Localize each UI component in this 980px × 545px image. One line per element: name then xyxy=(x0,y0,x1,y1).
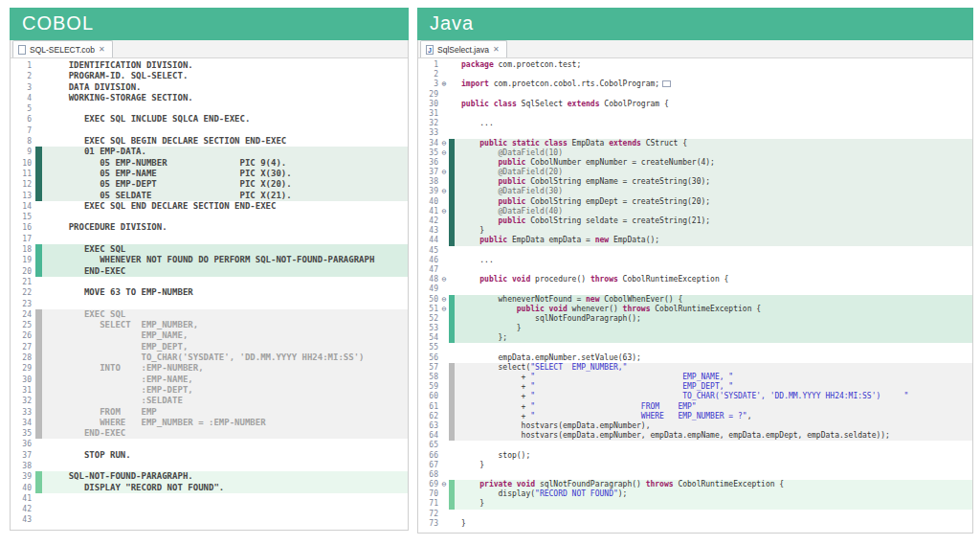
block-marker-bar xyxy=(35,93,42,103)
close-icon[interactable]: ✕ xyxy=(99,45,105,54)
code-text: public EmpData empData = new EmpData(); xyxy=(455,236,972,245)
fold-gutter xyxy=(439,236,449,245)
block-marker-bar xyxy=(35,461,42,471)
code-line: 45 xyxy=(418,246,972,256)
block-marker-bar xyxy=(35,255,42,265)
line-number: 36 xyxy=(418,158,439,168)
line-number: 51 xyxy=(418,305,439,314)
code-text: WHENEVER NOT FOUND DO PERFORM SQL-NOT-FO… xyxy=(42,255,408,265)
code-text: PROCEDURE DIVISION. xyxy=(42,222,408,233)
line-number: 11 xyxy=(11,169,35,179)
code-text: package com.proetcon.test; xyxy=(455,60,972,70)
line-number: 5 xyxy=(11,103,35,114)
code-line: 3⊕import com.proetcon.cobol.rts.CobolPro… xyxy=(418,79,972,89)
code-line: 37⊖ @DataField(20) xyxy=(418,168,972,177)
fold-collapse-icon[interactable]: ⊖ xyxy=(439,187,449,196)
code-line: 6 EXEC SQL INCLUDE SQLCA END-EXEC. xyxy=(11,114,408,125)
tab-sqlselect-java[interactable]: J SqlSelect.java ✕ xyxy=(420,40,507,57)
line-number: 40 xyxy=(418,197,439,207)
fold-gutter xyxy=(439,314,449,324)
close-icon[interactable]: ✕ xyxy=(493,45,500,54)
fold-expand-icon[interactable]: ⊕ xyxy=(439,79,449,89)
java-editor[interactable]: 1package com.proetcon.test;23⊕import com… xyxy=(418,58,972,533)
code-text xyxy=(42,212,408,222)
collapsed-code-icon[interactable] xyxy=(662,80,671,87)
code-line: 40 DISPLAY "RECORD NOT FOUND". xyxy=(11,483,408,493)
line-number: 50 xyxy=(418,295,439,305)
line-number: 38 xyxy=(11,461,35,471)
code-text: public void procedure() throws CobolRunt… xyxy=(455,275,972,284)
fold-collapse-icon[interactable]: ⊖ xyxy=(439,148,449,158)
code-line: 35⊖ @DataField(10) xyxy=(418,148,972,158)
code-text: WHERE EMP_NUMBER = :EMP-NUMBER xyxy=(42,418,408,428)
fold-collapse-icon[interactable]: ⊖ xyxy=(439,480,449,489)
line-number: 1 xyxy=(418,60,439,70)
line-number: 72 xyxy=(418,510,439,519)
block-marker-bar xyxy=(35,439,42,449)
code-text xyxy=(455,109,972,119)
code-text: ... xyxy=(455,119,972,128)
code-line: 29 xyxy=(418,90,972,100)
code-line: 73} xyxy=(418,519,972,529)
code-text: } xyxy=(455,324,972,333)
line-number: 31 xyxy=(11,385,35,396)
code-text: IDENTIFICATION DIVISION. xyxy=(42,60,408,71)
line-number: 38 xyxy=(418,177,439,187)
block-marker-bar xyxy=(35,514,42,525)
tab-sql-select-cob[interactable]: SQL-SELECT.cob ✕ xyxy=(12,40,113,57)
line-number: 45 xyxy=(418,246,439,256)
code-text: empData.empNumber.setValue(63); xyxy=(455,353,972,363)
code-text: INTO :EMP-NUMBER, xyxy=(42,363,408,374)
line-number: 39 xyxy=(418,187,439,196)
code-text: public static class EmpData extends CStr… xyxy=(455,139,972,148)
code-text xyxy=(42,234,408,244)
line-number: 62 xyxy=(418,412,439,421)
code-text xyxy=(42,514,408,525)
code-line: 31 xyxy=(418,109,972,119)
code-text: WORKING-STORAGE SECTION. xyxy=(42,93,408,103)
fold-gutter xyxy=(439,431,449,441)
code-line: 41⊖ @DataField(40) xyxy=(418,207,972,216)
code-line: 26 EMP_NAME, xyxy=(11,330,408,341)
line-number: 54 xyxy=(418,333,439,343)
block-marker-bar xyxy=(35,266,42,277)
line-number: 49 xyxy=(418,284,439,294)
code-line: 38 xyxy=(11,461,408,471)
block-marker-bar xyxy=(35,342,42,352)
code-text: private void sqlNotFoundParagraph() thro… xyxy=(455,480,972,489)
code-line: 37 STOP RUN. xyxy=(11,450,408,461)
code-line: 34 WHERE EMP_NUMBER = :EMP-NUMBER xyxy=(11,418,408,428)
code-line: 50⊖ wheneverNotFound = new CobolWhenEver… xyxy=(418,295,972,305)
line-number: 36 xyxy=(11,439,35,449)
code-line: 56 empData.empNumber.setValue(63); xyxy=(418,353,972,363)
fold-gutter xyxy=(439,333,449,343)
code-line: 36 xyxy=(11,439,408,449)
code-text: :EMP-DEPT, xyxy=(42,385,408,396)
block-marker-bar xyxy=(35,136,42,147)
fold-collapse-icon[interactable]: ⊖ xyxy=(439,275,449,284)
code-line: 7 xyxy=(11,125,408,136)
cobol-editor[interactable]: 1 IDENTIFICATION DIVISION.2 PROGRAM-ID. … xyxy=(11,58,408,530)
line-number: 64 xyxy=(418,431,439,441)
code-line: 64 hostvars(empData.empNumber, empData.e… xyxy=(418,431,972,441)
code-text: } xyxy=(455,226,972,236)
code-text: EXEC SQL INCLUDE SQLCA END-EXEC. xyxy=(42,114,408,125)
code-text: FROM EMP xyxy=(42,407,408,418)
fold-gutter xyxy=(439,373,449,382)
line-number: 39 xyxy=(11,471,35,482)
fold-collapse-icon[interactable]: ⊖ xyxy=(439,305,449,314)
fold-collapse-icon[interactable]: ⊖ xyxy=(439,168,449,177)
code-text: EMP_DEPT, xyxy=(42,342,408,352)
code-line: 14 EXEC SQL END DECLARE SECTION END-EXEC xyxy=(11,201,408,212)
code-line: 22 MOVE 63 TO EMP-NUMBER xyxy=(11,287,408,298)
code-text: STOP RUN. xyxy=(42,450,408,461)
line-number: 43 xyxy=(418,226,439,236)
line-number: 25 xyxy=(11,320,35,330)
fold-collapse-icon[interactable]: ⊖ xyxy=(439,139,449,148)
fold-collapse-icon[interactable]: ⊖ xyxy=(439,295,449,305)
line-number: 6 xyxy=(11,114,35,125)
fold-gutter xyxy=(439,226,449,236)
code-text: :EMP-NAME, xyxy=(42,375,408,385)
fold-collapse-icon[interactable]: ⊖ xyxy=(439,207,449,216)
code-text xyxy=(42,299,408,309)
